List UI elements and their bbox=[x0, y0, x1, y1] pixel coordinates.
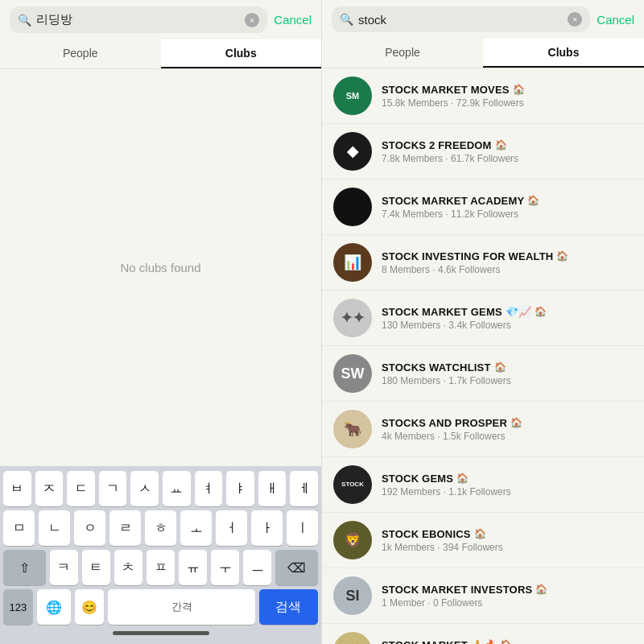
key-globe[interactable]: 🌐 bbox=[37, 589, 71, 625]
right-panel: 🔍 stock × Cancel People Clubs SMSTOCK MA… bbox=[322, 0, 644, 644]
club-name: STOCKS AND PROSPER bbox=[382, 417, 507, 429]
key-yo[interactable]: ㅛ bbox=[163, 471, 191, 506]
key-backspace[interactable]: ⌫ bbox=[275, 550, 318, 585]
club-name: STOCK MARKET GEMS 💎📈 bbox=[382, 306, 531, 318]
club-name-row: STOCKS AND PROSPER 🏠 bbox=[382, 417, 633, 429]
key-e[interactable]: ㅔ bbox=[290, 471, 318, 506]
club-item[interactable]: SMSTOCK MARKET MOVES 🏠15.8k Members · 72… bbox=[322, 68, 644, 124]
key-symbol[interactable]: 123 bbox=[3, 589, 33, 625]
left-tabs: People Clubs bbox=[0, 39, 321, 69]
club-home-icon: 🏠 bbox=[527, 195, 539, 206]
club-home-icon: 🏠 bbox=[510, 417, 522, 428]
club-home-icon: 🏠 bbox=[474, 528, 486, 539]
right-search-input[interactable]: stock bbox=[358, 13, 563, 27]
key-d[interactable]: ㄷ bbox=[67, 471, 95, 506]
club-item[interactable]: STOCK STOCK GEMS 🏠192 Members · 1.1k Fol… bbox=[322, 457, 644, 513]
club-home-icon: 🏠 bbox=[495, 139, 507, 151]
club-name-row: STOCK EBONICS 🏠 bbox=[382, 528, 633, 540]
left-cancel-button[interactable]: Cancel bbox=[274, 13, 312, 27]
club-name-row: STOCK MARKET 🙏🔥 🏠 bbox=[382, 639, 633, 645]
key-o[interactable]: ㅗ bbox=[180, 510, 212, 546]
right-cancel-button[interactable]: Cancel bbox=[597, 13, 634, 27]
key-eu[interactable]: ㅡ bbox=[243, 550, 271, 585]
club-item[interactable]: ✦✦STOCK MARKET GEMS 💎📈 🏠130 Members · 3.… bbox=[322, 291, 644, 346]
key-ae[interactable]: ㅐ bbox=[258, 471, 287, 506]
club-meta: 4k Members · 1.5k Followers bbox=[382, 431, 633, 442]
tab-clubs-right[interactable]: Clubs bbox=[483, 39, 644, 68]
club-info: STOCKS AND PROSPER 🏠4k Members · 1.5k Fo… bbox=[382, 417, 633, 442]
key-shift[interactable]: ⇧ bbox=[3, 550, 46, 585]
key-h[interactable]: ㅎ bbox=[145, 510, 176, 546]
key-ya[interactable]: ㅑ bbox=[226, 471, 254, 506]
keyboard-bottom-row: 123 🌐 😊 간격 검색 bbox=[3, 589, 318, 625]
search-icon: 🔍 bbox=[18, 14, 31, 27]
club-item[interactable]: SWSTOCKS WATCHLIST 🏠180 Members · 1.7k F… bbox=[322, 346, 644, 402]
club-info: STOCK GEMS 🏠192 Members · 1.1k Followers bbox=[382, 473, 633, 497]
club-name-row: STOCK MARKET MOVES 🏠 bbox=[382, 84, 633, 96]
key-t[interactable]: ㅌ bbox=[82, 550, 110, 585]
club-item[interactable]: 🦁STOCK EBONICS 🏠1k Members · 394 Followe… bbox=[322, 513, 644, 568]
key-ng[interactable]: ㅇ bbox=[74, 510, 105, 546]
key-a[interactable]: ㅏ bbox=[251, 510, 283, 546]
key-j[interactable]: ㅈ bbox=[35, 471, 64, 506]
club-meta: 1 Member · 0 Followers bbox=[382, 597, 633, 609]
key-b[interactable]: ㅂ bbox=[3, 471, 31, 506]
club-name: STOCKS WATCHLIST bbox=[382, 361, 491, 374]
club-name: STOCKS 2 FREEDOM bbox=[382, 139, 492, 151]
left-search-wrapper[interactable]: 🔍 리딩방 × bbox=[10, 6, 267, 33]
club-name-row: STOCK MARKET GEMS 💎📈 🏠 bbox=[382, 306, 633, 318]
club-avatar: ◆ bbox=[333, 132, 372, 171]
right-clear-icon[interactable]: × bbox=[568, 12, 582, 27]
key-space[interactable]: 간격 bbox=[108, 589, 255, 625]
key-s[interactable]: ㅅ bbox=[130, 471, 159, 506]
club-item[interactable]: S🙏STOCK MARKET 🙏🔥 🏠1 Member · 0 Follower… bbox=[322, 624, 644, 644]
club-home-icon: 🏠 bbox=[456, 473, 469, 484]
right-search-wrapper[interactable]: 🔍 stock × bbox=[332, 6, 590, 32]
club-item[interactable]: SISTOCK MARKET INVESTORS 🏠1 Member · 0 F… bbox=[322, 568, 644, 624]
key-eo[interactable]: ㅓ bbox=[216, 510, 247, 546]
key-yeo[interactable]: ㅕ bbox=[195, 471, 223, 506]
club-meta: 180 Members · 1.7k Followers bbox=[382, 375, 633, 386]
key-ch[interactable]: ㅊ bbox=[114, 550, 142, 585]
tab-people-left[interactable]: People bbox=[0, 39, 161, 68]
club-home-icon: 🏠 bbox=[513, 84, 525, 95]
tab-clubs-left[interactable]: Clubs bbox=[161, 39, 322, 68]
left-search-input[interactable]: 리딩방 bbox=[36, 12, 240, 27]
tab-people-right[interactable]: People bbox=[322, 39, 483, 68]
key-r[interactable]: ㄹ bbox=[109, 510, 141, 546]
club-avatar: SI bbox=[333, 576, 372, 615]
key-i[interactable]: ㅣ bbox=[287, 510, 318, 546]
club-home-icon: 🏠 bbox=[535, 584, 547, 595]
keyboard-row-3: ⇧ ㅋ ㅌ ㅊ ㅍ ㅠ ㅜ ㅡ ⌫ bbox=[3, 550, 318, 585]
club-info: STOCK INVESTING FOR WEALTH 🏠8 Members · … bbox=[382, 250, 633, 275]
club-name-row: STOCK MARKET INVESTORS 🏠 bbox=[382, 584, 633, 596]
key-yu[interactable]: ㅠ bbox=[179, 550, 207, 585]
club-list[interactable]: SMSTOCK MARKET MOVES 🏠15.8k Members · 72… bbox=[322, 68, 644, 644]
key-p[interactable]: ㅍ bbox=[147, 550, 175, 585]
club-item[interactable]: STOCK MARKET ACADEMY 🏠7.4k Members · 11.… bbox=[322, 180, 644, 235]
keyboard-row-2: ㅁ ㄴ ㅇ ㄹ ㅎ ㅗ ㅓ ㅏ ㅣ bbox=[3, 510, 318, 546]
right-tabs: People Clubs bbox=[322, 39, 644, 68]
club-item[interactable]: 🐂STOCKS AND PROSPER 🏠4k Members · 1.5k F… bbox=[322, 402, 644, 457]
club-info: STOCK MARKET MOVES 🏠15.8k Members · 72.9… bbox=[382, 84, 633, 109]
club-item[interactable]: ◆STOCKS 2 FREEDOM 🏠7.8k Members · 61.7k … bbox=[322, 124, 644, 180]
club-avatar: S🙏 bbox=[333, 632, 372, 644]
club-name-row: STOCK GEMS 🏠 bbox=[382, 473, 633, 485]
key-n[interactable]: ㄴ bbox=[39, 510, 70, 546]
club-meta: 7.8k Members · 61.7k Followers bbox=[382, 153, 633, 164]
club-meta: 8 Members · 4.6k Followers bbox=[382, 264, 633, 275]
key-u[interactable]: ㅜ bbox=[211, 550, 239, 585]
right-search-icon: 🔍 bbox=[340, 13, 353, 26]
club-avatar: SM bbox=[333, 76, 372, 115]
key-m[interactable]: ㅁ bbox=[3, 510, 35, 546]
left-clear-icon[interactable]: × bbox=[245, 13, 259, 27]
key-search[interactable]: 검색 bbox=[259, 589, 318, 625]
keyboard-row-1: ㅂ ㅈ ㄷ ㄱ ㅅ ㅛ ㅕ ㅑ ㅐ ㅔ bbox=[3, 471, 318, 506]
club-name: STOCK MARKET ACADEMY bbox=[382, 195, 524, 207]
key-g[interactable]: ㄱ bbox=[99, 471, 127, 506]
key-k[interactable]: ㅋ bbox=[50, 550, 78, 585]
key-emoji[interactable]: 😊 bbox=[75, 589, 105, 625]
club-item[interactable]: 📊STOCK INVESTING FOR WEALTH 🏠8 Members ·… bbox=[322, 235, 644, 291]
club-info: STOCKS WATCHLIST 🏠180 Members · 1.7k Fol… bbox=[382, 361, 633, 386]
club-meta: 130 Members · 3.4k Followers bbox=[382, 320, 633, 331]
